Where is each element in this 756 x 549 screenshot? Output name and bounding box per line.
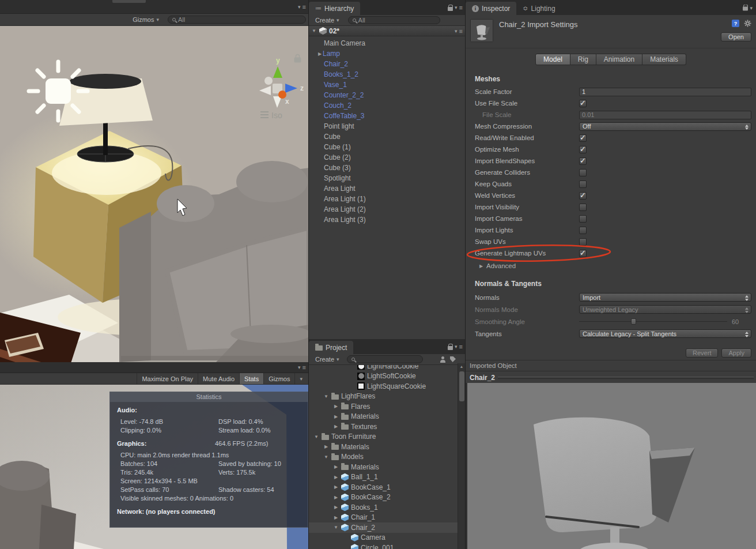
create-dropdown[interactable]: Create ▾: [311, 15, 343, 25]
project-item[interactable]: ▶BookCase_1: [309, 482, 465, 492]
project-item[interactable]: ▶Textures: [309, 422, 465, 432]
hierarchy-item[interactable]: Cube (1): [309, 142, 465, 152]
project-item[interactable]: ▼Toon Furniture: [309, 432, 465, 442]
hierarchy-item[interactable]: Cube (3): [309, 163, 465, 173]
hierarchy-item[interactable]: Main Camera: [309, 38, 465, 48]
stats-button[interactable]: Stats: [239, 373, 263, 384]
hierarchy-item[interactable]: Chair_2: [309, 59, 465, 69]
tab-project[interactable]: Project: [309, 341, 353, 354]
foldout-open-icon[interactable]: ▼: [323, 394, 329, 399]
foldout-closed-icon[interactable]: ▶: [333, 464, 339, 469]
hierarchy-item[interactable]: Spotlight: [309, 173, 465, 183]
import-lights-checkbox[interactable]: [579, 227, 587, 234]
help-icon[interactable]: [732, 20, 739, 27]
model-preview[interactable]: [466, 383, 756, 549]
hierarchy-item[interactable]: Area Light (2): [309, 204, 465, 215]
maximize-on-play-button[interactable]: Maximize On Play: [137, 373, 198, 384]
pane-dropdown-icon[interactable]: ▾: [750, 5, 753, 10]
foldout-closed-icon[interactable]: ▶: [333, 424, 339, 429]
project-item[interactable]: ▶BookCase_2: [309, 492, 465, 503]
pane-dropdown-icon[interactable]: ▾: [455, 344, 458, 349]
weld-vertices-checkbox[interactable]: [579, 192, 587, 200]
pane-menu-icon[interactable]: ≡: [459, 4, 463, 11]
tab-animation[interactable]: Animation: [596, 54, 642, 65]
swap-uvs-checkbox[interactable]: [579, 238, 587, 246]
open-button[interactable]: Open: [721, 32, 751, 42]
lock-icon[interactable]: [448, 7, 453, 11]
project-item[interactable]: ▶Ball_1_1: [309, 472, 465, 483]
pane-dropdown-icon[interactable]: ▾: [455, 5, 458, 10]
pane-dropdown-icon[interactable]: ▾: [298, 364, 301, 370]
project-item[interactable]: ▶Chair_1: [309, 513, 465, 523]
advanced-foldout[interactable]: ▶ Advanced: [466, 261, 756, 271]
pane-menu-icon[interactable]: ≡: [459, 28, 463, 35]
gizmos-dropdown-caret[interactable]: ▾: [294, 373, 307, 384]
gear-icon[interactable]: [744, 20, 751, 27]
normals-dropdown[interactable]: Import: [579, 293, 751, 302]
hierarchy-item[interactable]: Area Light: [309, 183, 465, 194]
import-visibility-checkbox[interactable]: [579, 204, 587, 211]
hierarchy-item[interactable]: Area Light (3): [309, 215, 465, 225]
generate-lightmap-uvs-checkbox[interactable]: [579, 250, 587, 257]
lock-icon[interactable]: [743, 7, 748, 11]
foldout-closed-icon[interactable]: ▶: [333, 404, 339, 409]
foldout-open-icon[interactable]: ▼: [323, 454, 329, 460]
tangents-dropdown[interactable]: Calculate Legacy - Split Tangents: [579, 329, 751, 338]
game-viewport[interactable]: Statistics Audio: Level: -74.8 dBDSP loa…: [0, 385, 309, 549]
project-item[interactable]: ▶Books_1: [309, 502, 465, 513]
use-file-scale-checkbox[interactable]: [579, 100, 587, 107]
import-blendshapes-checkbox[interactable]: [579, 157, 587, 165]
keep-quads-checkbox[interactable]: [579, 181, 587, 188]
project-item[interactable]: ▶Flares: [309, 401, 465, 412]
hierarchy-item[interactable]: Area Light (1): [309, 194, 465, 204]
project-item[interactable]: ▶Materials: [309, 462, 465, 472]
lock-icon[interactable]: [448, 346, 453, 350]
preview-title-bar[interactable]: Chair_2: [466, 372, 756, 383]
gizmos-button[interactable]: Gizmos: [263, 373, 294, 384]
tab-materials[interactable]: Materials: [642, 54, 686, 65]
project-item[interactable]: ▶Materials: [309, 412, 465, 422]
point-light-gizmo[interactable]: [29, 62, 88, 121]
foldout-closed-icon[interactable]: ▶: [333, 475, 339, 480]
scene-viewport[interactable]: y z x Iso: [0, 26, 309, 362]
project-search-input[interactable]: [347, 355, 423, 363]
foldout-closed-icon[interactable]: ▶: [333, 414, 339, 419]
project-item[interactable]: Circle_001: [309, 543, 465, 549]
pane-menu-icon[interactable]: ≡: [303, 3, 306, 10]
create-dropdown[interactable]: Create ▾: [311, 354, 343, 364]
project-item[interactable]: LightSoftCookie: [309, 371, 465, 382]
scrollbar-thumb[interactable]: [459, 371, 464, 401]
hierarchy-item[interactable]: ▶Lamp: [309, 48, 465, 59]
project-item[interactable]: ▼LightFlares: [309, 392, 465, 402]
foldout-closed-icon[interactable]: ▶: [333, 505, 339, 510]
collab-user-icon[interactable]: [440, 356, 446, 363]
foldout-closed-icon[interactable]: ▶: [317, 51, 323, 57]
project-item[interactable]: ▶Materials: [309, 442, 465, 452]
hierarchy-item[interactable]: Counter_2_2: [309, 90, 465, 100]
foldout-closed-icon[interactable]: ▶: [333, 515, 339, 520]
project-item[interactable]: LightHardCookie: [309, 365, 465, 371]
generate-colliders-checkbox[interactable]: [579, 169, 587, 176]
pane-dropdown-icon[interactable]: ▾: [455, 28, 458, 34]
pane-dropdown-icon[interactable]: ▾: [298, 4, 301, 10]
scroll-up-icon[interactable]: ▲: [458, 363, 465, 370]
tab-rig[interactable]: Rig: [570, 54, 596, 65]
scene-header-row[interactable]: ▼ 02* ▾ ≡: [309, 26, 465, 36]
import-cameras-checkbox[interactable]: [579, 215, 587, 223]
project-item[interactable]: ▼Models: [309, 452, 465, 462]
tab-lighting[interactable]: ≎ Lighting: [516, 2, 561, 15]
project-item-selected[interactable]: ▼Chair_2: [309, 522, 465, 533]
foldout-open-icon[interactable]: ▼: [311, 28, 317, 33]
project-scrollbar[interactable]: ▲: [458, 363, 465, 549]
foldout-closed-icon[interactable]: ▶: [333, 495, 339, 500]
read-write-checkbox[interactable]: [579, 134, 587, 142]
hierarchy-item[interactable]: CoffeTable_3: [309, 111, 465, 121]
optimize-mesh-checkbox[interactable]: [579, 146, 587, 153]
pane-menu-icon[interactable]: ≡: [303, 364, 306, 371]
foldout-closed-icon[interactable]: ▶: [323, 444, 329, 449]
hierarchy-item[interactable]: Vase_1: [309, 80, 465, 90]
revert-button[interactable]: Revert: [686, 348, 718, 358]
mesh-compression-dropdown[interactable]: Off: [579, 122, 751, 131]
mute-audio-button[interactable]: Mute Audio: [198, 373, 239, 384]
scene-search-input[interactable]: All: [168, 16, 306, 24]
